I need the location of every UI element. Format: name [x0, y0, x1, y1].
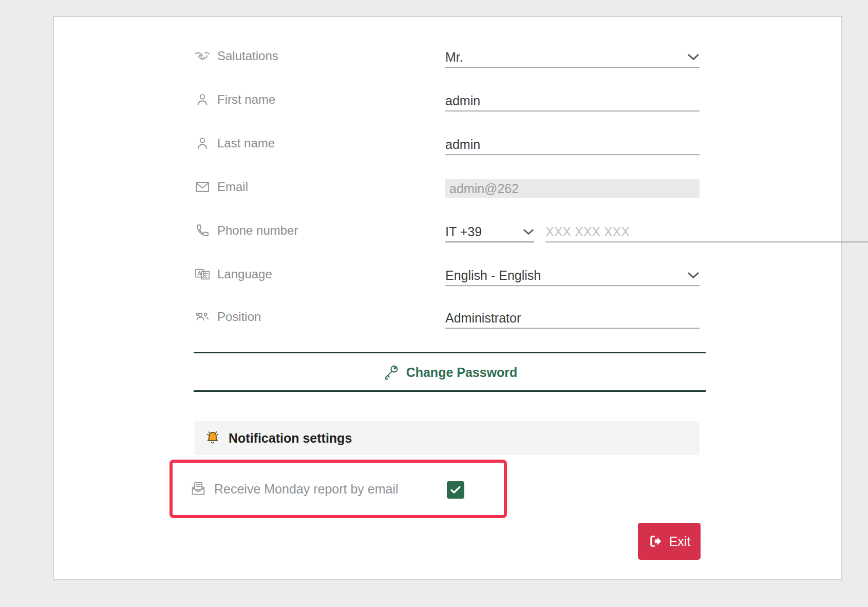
- highlight-annotation: Receive Monday report by email: [169, 460, 507, 518]
- phone-icon: [194, 222, 211, 239]
- country-code-value: IT +39: [445, 224, 482, 239]
- first-name-input[interactable]: [445, 91, 700, 111]
- key-icon: [382, 364, 400, 381]
- monday-report-row: Receive Monday report by email: [190, 463, 399, 515]
- last-name-input[interactable]: [445, 135, 700, 155]
- first-name-label: First name: [217, 92, 275, 107]
- change-password-link[interactable]: Change Password: [382, 364, 518, 381]
- mail-icon: [194, 179, 211, 195]
- people-icon: [194, 309, 211, 325]
- form-row-language: Language English - English: [194, 260, 706, 289]
- form-row-email: Email: [194, 173, 706, 201]
- chevron-down-icon: [687, 53, 700, 61]
- person-icon: [194, 91, 211, 108]
- profile-settings-card: Salutations Mr. First name Last name: [53, 16, 842, 580]
- person-icon: [194, 135, 211, 151]
- position-input[interactable]: [445, 308, 700, 329]
- notification-settings-header: Notification settings: [195, 421, 700, 455]
- position-field: [445, 308, 700, 329]
- handshake-icon: [194, 48, 211, 64]
- country-code-select[interactable]: IT +39: [445, 222, 534, 242]
- language-value: English - English: [445, 268, 541, 283]
- language-select[interactable]: English - English: [445, 265, 700, 286]
- change-password-row: Change Password: [194, 358, 706, 387]
- logout-icon: [648, 534, 663, 548]
- exit-button-label: Exit: [669, 534, 691, 549]
- salutations-value: Mr.: [445, 50, 463, 65]
- translate-icon: [194, 266, 211, 282]
- form-row-last-name: Last name: [194, 129, 706, 158]
- salutations-select[interactable]: Mr.: [445, 47, 700, 68]
- email-field: [445, 178, 700, 199]
- salutations-label: Salutations: [217, 49, 278, 63]
- language-label: Language: [217, 267, 272, 281]
- email-label: Email: [217, 180, 248, 194]
- notification-settings-title: Notification settings: [229, 431, 352, 446]
- phone-field: IT +39: [445, 222, 868, 242]
- divider: [194, 390, 706, 392]
- monday-report-checkbox[interactable]: [447, 481, 464, 499]
- email-input: [445, 179, 700, 198]
- change-password-label: Change Password: [406, 365, 518, 380]
- check-icon: [450, 485, 461, 495]
- position-label: Position: [217, 310, 261, 324]
- chevron-down-icon: [687, 272, 700, 279]
- monday-report-label: Receive Monday report by email: [214, 482, 399, 497]
- exit-button[interactable]: Exit: [638, 523, 701, 560]
- first-name-field: [445, 91, 700, 111]
- bell-icon: [204, 429, 221, 447]
- last-name-field: [445, 135, 700, 155]
- divider: [194, 352, 706, 353]
- phone-label: Phone number: [217, 223, 298, 238]
- form-row-phone: Phone number IT +39: [194, 216, 706, 245]
- chevron-down-icon: [523, 229, 534, 235]
- form-row-position: Position: [194, 302, 706, 331]
- last-name-label: Last name: [217, 136, 275, 150]
- open-mail-icon: [190, 480, 207, 498]
- phone-number-input[interactable]: [545, 222, 868, 242]
- form-row-salutations: Salutations Mr.: [194, 42, 706, 70]
- form-row-first-name: First name: [194, 85, 706, 114]
